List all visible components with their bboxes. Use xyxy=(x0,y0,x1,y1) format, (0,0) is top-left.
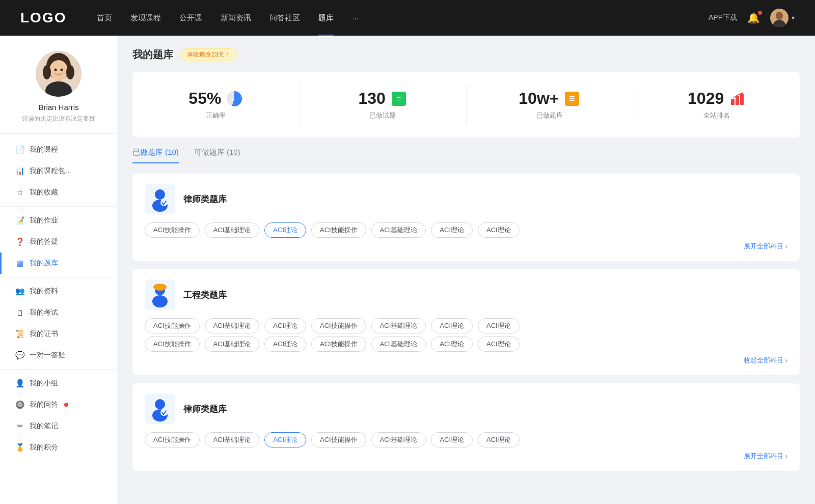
file-icon: 📄 xyxy=(15,145,24,154)
bank1-expand-link[interactable]: 展开全部科目 › xyxy=(145,242,787,251)
stat-value-accuracy: 55% xyxy=(188,89,221,108)
bank1-tag-5[interactable]: ACI理论 xyxy=(431,222,473,238)
bank3-tag-1[interactable]: ACI基础理论 xyxy=(205,432,260,447)
navbar: LOGO 首页 发现课程 公开课 新闻资讯 问答社区 题库 ··· APP下载 … xyxy=(0,0,815,36)
nav-more[interactable]: ··· xyxy=(352,12,359,24)
doc-icon: 🗒 xyxy=(15,308,24,317)
question-dot-badge xyxy=(64,403,68,407)
sidebar-item-course-package[interactable]: 📊 我的课程包... xyxy=(0,160,117,182)
sidebar-item-my-quiz[interactable]: ▦ 我的题库 xyxy=(0,253,117,274)
nav-open-course[interactable]: 公开课 xyxy=(179,11,202,25)
bank2-tag-r2-6[interactable]: ACI理论 xyxy=(478,337,520,352)
bank3-tag-2[interactable]: ACI理论 xyxy=(264,432,306,447)
menu-label: 我的资料 xyxy=(30,287,58,296)
bank2-tag-r2-3[interactable]: ACI技能操作 xyxy=(311,337,366,352)
svg-rect-13 xyxy=(736,96,739,105)
points-icon: 🏅 xyxy=(15,443,24,452)
svg-point-20 xyxy=(152,295,168,307)
bank1-tag-6[interactable]: ACI理论 xyxy=(478,222,520,238)
bank2-tag-r1-6[interactable]: ACI理论 xyxy=(478,318,520,333)
menu-label: 我的课程 xyxy=(30,145,58,154)
stat-value-rank: 1029 xyxy=(688,89,724,108)
svg-point-11 xyxy=(61,69,63,71)
menu-label: 我的题库 xyxy=(30,259,58,268)
nav-quiz[interactable]: 题库 xyxy=(318,11,334,25)
nav-news[interactable]: 新闻资讯 xyxy=(221,11,251,25)
bank2-tag-r2-2[interactable]: ACI理论 xyxy=(264,337,306,352)
svg-point-5 xyxy=(49,60,68,80)
bank3-tag-3[interactable]: ACI技能操作 xyxy=(311,432,366,447)
bank1-tag-2[interactable]: ACI理论 xyxy=(264,222,306,238)
svg-rect-12 xyxy=(731,99,735,105)
menu-label: 我的小组 xyxy=(30,379,58,388)
bank2-tag-r1-2[interactable]: ACI理论 xyxy=(264,318,306,333)
sidebar-item-my-profile[interactable]: 👥 我的资料 xyxy=(0,281,117,302)
sidebar-item-my-exam[interactable]: 🗒 我的考试 xyxy=(0,302,117,323)
sidebar-item-my-questions[interactable]: 🔘 我的问答 xyxy=(0,394,117,415)
bank-card-3: 律师类题库 ACI技能操作 ACI基础理论 ACI理论 ACI技能操作 ACI基… xyxy=(132,383,800,471)
menu-label: 一对一答疑 xyxy=(30,351,65,360)
sidebar-item-certificate[interactable]: 📜 我的证书 xyxy=(0,323,117,345)
sidebar-item-my-notes[interactable]: ✏ 我的笔记 xyxy=(0,415,117,437)
bank2-tag-r2-4[interactable]: ACI基础理论 xyxy=(371,337,426,352)
group-icon: 👤 xyxy=(15,379,24,388)
bank2-tag-r2-5[interactable]: ACI理论 xyxy=(431,337,473,352)
nav-courses[interactable]: 发现课程 xyxy=(130,11,161,25)
certificate-icon: 📜 xyxy=(15,329,24,339)
bank2-tag-r1-0[interactable]: ACI技能操作 xyxy=(145,318,200,333)
bank3-tag-5[interactable]: ACI理论 xyxy=(431,432,473,447)
bank2-tag-r1-5[interactable]: ACI理论 xyxy=(431,318,473,333)
sidebar: Brian Harris 错误的决定比没有决定要好 📄 我的课程 📊 我的课程包… xyxy=(0,36,117,504)
edit-icon: ✏ xyxy=(15,422,24,431)
svg-rect-22 xyxy=(154,287,166,289)
sidebar-item-one-on-one[interactable]: 💬 一对一答疑 xyxy=(0,345,117,366)
sidebar-item-my-courses[interactable]: 📄 我的课程 xyxy=(0,139,117,160)
bank1-tag-1[interactable]: ACI基础理论 xyxy=(205,222,260,238)
menu-label: 我的答疑 xyxy=(30,237,58,246)
tab-available-banks[interactable]: 可做题库 (10) xyxy=(194,148,240,162)
stat-top-banks: 10w+ ☰ xyxy=(519,89,580,108)
bank3-tag-6[interactable]: ACI理论 xyxy=(478,432,520,447)
notification-dot xyxy=(758,11,762,15)
bank2-tag-r1-4[interactable]: ACI基础理论 xyxy=(371,318,426,333)
stat-value-done: 130 xyxy=(358,89,385,108)
bank3-tag-4[interactable]: ACI基础理论 xyxy=(371,432,426,447)
menu-label: 我的课程包... xyxy=(30,166,71,176)
bank-card-1: 律师类题库 ACI技能操作 ACI基础理论 ACI理论 ACI技能操作 ACI基… xyxy=(132,174,800,261)
profile-name: Brian Harris xyxy=(38,103,78,111)
stats-bar: 55% 正确率 130 ≡ 已做试题 10w+ xyxy=(132,72,800,137)
menu-divider-2 xyxy=(0,277,117,277)
stat-label-done: 已做试题 xyxy=(369,111,396,120)
sidebar-item-qa[interactable]: ❓ 我的答疑 xyxy=(0,231,117,253)
bank1-tag-4[interactable]: ACI基础理论 xyxy=(371,222,426,238)
user-avatar-button[interactable]: ▾ xyxy=(770,9,795,27)
tab-done-banks[interactable]: 已做题库 (10) xyxy=(132,148,179,162)
svg-point-23 xyxy=(155,399,165,409)
bank3-expand-link[interactable]: 展开全部科目 › xyxy=(145,452,787,461)
bank1-tag-3[interactable]: ACI技能操作 xyxy=(311,222,366,238)
bank-header-3: 律师类题库 xyxy=(145,394,787,424)
sidebar-item-homework[interactable]: 📝 我的作业 xyxy=(0,210,117,231)
nav-qa[interactable]: 问答社区 xyxy=(269,11,300,25)
bank2-tag-r2-0[interactable]: ACI技能操作 xyxy=(145,337,200,352)
svg-rect-14 xyxy=(740,94,744,105)
nav-home[interactable]: 首页 xyxy=(97,11,112,25)
navbar-right: APP下载 🔔 ▾ xyxy=(709,9,795,27)
bank1-tag-0[interactable]: ACI技能操作 xyxy=(145,222,200,238)
bank2-tag-r1-3[interactable]: ACI技能操作 xyxy=(311,318,366,333)
tabs-row: 已做题库 (10) 可做题库 (10) xyxy=(132,148,800,163)
navbar-avatar xyxy=(770,9,789,27)
bank2-tag-r2-1[interactable]: ACI基础理论 xyxy=(205,337,260,352)
bank2-tag-r1-1[interactable]: ACI基础理论 xyxy=(205,318,260,333)
stat-label-accuracy: 正确率 xyxy=(206,111,226,120)
sidebar-item-my-points[interactable]: 🏅 我的积分 xyxy=(0,437,117,458)
svg-point-10 xyxy=(55,69,57,71)
app-download-button[interactable]: APP下载 xyxy=(709,13,737,22)
person-group-icon: 👥 xyxy=(15,287,24,296)
notification-bell[interactable]: 🔔 xyxy=(747,12,760,24)
sidebar-item-favorites[interactable]: ☆ 我的收藏 xyxy=(0,182,117,203)
bank2-collapse-link[interactable]: 收起全部科目 › xyxy=(145,356,787,365)
profile-avatar xyxy=(36,51,82,97)
bank3-tag-0[interactable]: ACI技能操作 xyxy=(145,432,200,447)
sidebar-item-my-group[interactable]: 👤 我的小组 xyxy=(0,373,117,394)
